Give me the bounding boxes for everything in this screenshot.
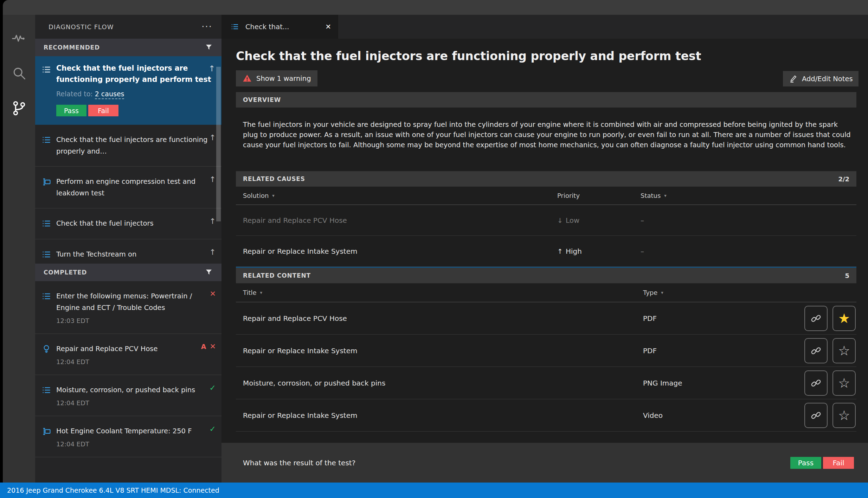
item-title: Turn the Techstream on: [56, 248, 215, 260]
cause-row[interactable]: Repair or Replace Intake System ↑ High –: [236, 236, 856, 267]
sidebar-item[interactable]: Check that the fuel injectors are functi…: [35, 125, 221, 167]
item-trailing: ✓: [210, 425, 216, 433]
column-status[interactable]: Status ▾: [641, 192, 856, 199]
overview-section-header: OVERVIEW: [236, 92, 856, 108]
item-body: Check that the fuel injectors are functi…: [56, 134, 217, 157]
link-button[interactable]: [804, 403, 828, 428]
filter-icon[interactable]: [205, 268, 213, 277]
fail-status-icon: ✕: [210, 342, 216, 351]
favorite-button[interactable]: ☆: [832, 403, 856, 428]
sidebar-diagnostic-flow: DIAGNOSTIC FLOW ··· RECOMMENDED: [35, 15, 221, 483]
item-trailing: ↑: [210, 133, 216, 142]
sidebar-item-selected[interactable]: Check that the fuel injectors are functi…: [35, 56, 221, 125]
item-timestamp: 12:04 EDT: [56, 440, 215, 448]
content-type: PDF: [643, 314, 804, 323]
link-button[interactable]: [804, 370, 828, 396]
content-title: Repair or Replace Intake System: [236, 347, 643, 355]
sidebar-item-completed[interactable]: Moisture, corrosion, or pushed back pins…: [35, 375, 221, 416]
star-icon: ★: [838, 312, 850, 325]
sidebar-item[interactable]: Check that the fuel injectors ↑: [35, 208, 221, 239]
pencil-icon: [789, 74, 798, 83]
content-row[interactable]: Repair or Replace Intake System PDF ☆: [236, 335, 856, 367]
sort-caret-icon: ▾: [260, 290, 263, 295]
item-body: Moisture, corrosion, or pushed back pins…: [56, 384, 217, 407]
item-title: Moisture, corrosion, or pushed back pins: [56, 384, 215, 396]
item-timestamp: 12:04 EDT: [56, 399, 215, 407]
content-row[interactable]: Repair or Replace Intake System Video ☆: [236, 399, 856, 432]
sidebar-item-completed[interactable]: Repair and Replace PCV Hose 12:04 EDT A …: [35, 334, 221, 375]
related-causes-label: RELATED CAUSES: [243, 175, 838, 182]
cause-solution: Repair or Replace Intake System: [236, 247, 557, 256]
sidebar-scrollbar[interactable]: [216, 67, 221, 221]
content-type: PDF: [643, 347, 804, 355]
priority-up-icon: ↑: [557, 247, 563, 255]
tab-check-that[interactable]: Check that... ✕: [221, 15, 338, 39]
item-body: Check that the fuel injectors: [56, 218, 217, 230]
promote-arrow-icon[interactable]: ↑: [210, 175, 216, 184]
activity-pulse-icon[interactable]: [10, 29, 28, 47]
item-trailing: ↑: [210, 248, 216, 257]
pass-status-icon: ✓: [210, 425, 216, 433]
card-body: Check that the fuel injectors are functi…: [56, 63, 217, 116]
row-actions: ☆: [804, 403, 856, 428]
add-edit-notes-button[interactable]: Add/Edit Notes: [783, 71, 859, 86]
pass-button[interactable]: Pass: [56, 105, 86, 116]
priority-down-icon: ↓: [557, 216, 563, 224]
main-panel: Check that... ✕ Check that the fuel inje…: [221, 15, 868, 483]
close-icon[interactable]: ✕: [325, 22, 331, 31]
content-title: Repair and Replace PCV Hose: [236, 314, 643, 323]
notes-label: Add/Edit Notes: [802, 75, 853, 83]
causes-table-header: Solution ▾ Priority Status ▾: [236, 187, 856, 205]
item-title: Perform an engine compression test and l…: [56, 176, 215, 199]
promote-arrow-icon[interactable]: ↑: [210, 133, 216, 142]
promote-arrow-icon[interactable]: ↑: [208, 64, 215, 73]
app-screen: DIAGNOSTIC FLOW ··· RECOMMENDED: [0, 0, 868, 498]
item-trailing: ↑: [210, 175, 216, 184]
fail-button[interactable]: Fail: [823, 457, 854, 469]
content-row[interactable]: Moisture, corrosion, or pushed back pins…: [236, 367, 856, 399]
show-warning-button[interactable]: Show 1 warning: [236, 70, 317, 86]
priority-label: Low: [566, 216, 579, 225]
related-content-label: RELATED CONTENT: [243, 272, 845, 279]
search-icon[interactable]: [10, 64, 28, 82]
diagnostic-flow-icon[interactable]: [10, 99, 28, 117]
promote-arrow-icon[interactable]: ↑: [210, 217, 216, 226]
sidebar-item-completed[interactable]: Enter the following menus: Powertrain / …: [35, 281, 221, 334]
causes-link[interactable]: 2 causes: [95, 90, 124, 99]
column-solution[interactable]: Solution ▾: [236, 192, 557, 199]
checklist-icon: [41, 291, 51, 324]
section-label: RECOMMENDED: [44, 44, 205, 51]
column-type[interactable]: Type ▾: [643, 289, 856, 296]
sidebar-title: DIAGNOSTIC FLOW: [49, 23, 201, 31]
item-title: Repair and Replace PCV Hose: [56, 343, 215, 355]
sidebar-item[interactable]: Perform an engine compression test and l…: [35, 167, 221, 208]
sidebar-item-completed[interactable]: Hot Engine Coolant Temperature: 250 F 12…: [35, 416, 221, 457]
favorite-button[interactable]: ☆: [832, 338, 856, 363]
overview-header-label: OVERVIEW: [243, 96, 849, 103]
fail-button[interactable]: Fail: [88, 105, 118, 116]
row-actions: ☆: [804, 338, 856, 363]
favorite-button[interactable]: ☆: [832, 370, 856, 396]
favorite-button[interactable]: ★: [832, 306, 856, 331]
column-title[interactable]: Title ▾: [236, 289, 643, 296]
promote-arrow-icon[interactable]: ↑: [210, 248, 216, 257]
cause-row[interactable]: Repair and Replace PCV Hose ↓ Low –: [236, 205, 856, 236]
item-trailing: ✓: [210, 383, 216, 392]
overview-body: The fuel injectors in your vehicle are d…: [243, 119, 852, 150]
link-button[interactable]: [804, 338, 828, 363]
more-actions-icon[interactable]: ···: [201, 25, 212, 28]
star-icon: ☆: [838, 376, 850, 390]
link-icon: [810, 312, 822, 324]
warning-icon: [242, 73, 252, 83]
content-row[interactable]: Repair and Replace PCV Hose PDF ★: [236, 302, 856, 335]
filter-icon[interactable]: [205, 43, 213, 52]
row-actions: ☆: [804, 370, 856, 396]
link-icon: [810, 409, 822, 421]
status-bar[interactable]: 2016 Jeep Grand Cherokee 6.4L V8 SRT HEM…: [0, 483, 868, 498]
pass-button[interactable]: Pass: [790, 457, 821, 469]
column-priority[interactable]: Priority: [557, 192, 641, 199]
cause-priority: ↓ Low: [557, 216, 641, 225]
item-body: Hot Engine Coolant Temperature: 250 F 12…: [56, 425, 217, 448]
link-button[interactable]: [804, 306, 828, 331]
item-title: Check that the fuel injectors are functi…: [56, 134, 215, 157]
